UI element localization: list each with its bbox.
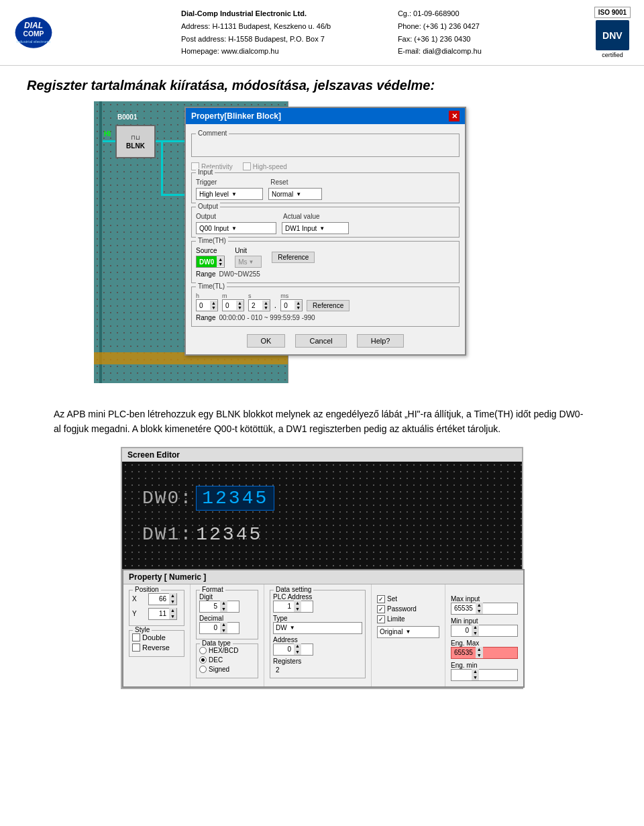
x-up-btn[interactable]: ▲ [169, 593, 176, 599]
data-type-section: Data type HEX/BCD DEC Sign [196, 643, 258, 678]
m-btns: ▲ ▼ [236, 301, 244, 310]
y-spinbox[interactable]: 11 ▲ ▼ [148, 608, 177, 620]
h-spinbox[interactable]: 0 ▲ ▼ [196, 299, 218, 311]
ms-spinbox[interactable]: 0 ▲ ▼ [280, 299, 303, 311]
s-down-btn[interactable]: ▼ [262, 305, 270, 310]
max-input-spinbox[interactable]: 65535 ▲ ▼ [451, 603, 518, 615]
y-down-btn[interactable]: ▼ [169, 614, 176, 619]
property-numeric: Property [ Numeric ] Position X 66 ▲ [122, 569, 525, 688]
reference-button-tl[interactable]: Reference [307, 300, 350, 311]
set-checkbox[interactable]: Set [377, 595, 439, 603]
y-up-btn[interactable]: ▲ [169, 608, 176, 613]
eng-min-spinbox[interactable]: ▲ ▼ [451, 669, 518, 681]
ok-button[interactable]: OK [247, 334, 286, 348]
m-down-btn[interactable]: ▼ [236, 305, 244, 310]
password-label: Password [387, 605, 417, 613]
plc-address-down-btn[interactable]: ▼ [294, 607, 301, 612]
eng-min-down-btn[interactable]: ▼ [472, 675, 479, 680]
wire-h2 [161, 194, 188, 196]
decimal-spinbox-btns: ▲ ▼ [220, 622, 227, 633]
signed-radio[interactable]: Signed [199, 666, 255, 673]
max-input-down-btn[interactable]: ▼ [476, 609, 483, 614]
m-spinbox[interactable]: 0 ▲ ▼ [222, 299, 244, 311]
limite-cb [377, 615, 385, 623]
style-label: Style [133, 626, 152, 633]
min-input-up-btn[interactable]: ▲ [472, 625, 479, 630]
max-input-up-btn[interactable]: ▲ [476, 603, 483, 608]
limite-checkbox[interactable]: Limite [377, 615, 439, 623]
property-numeric-titlebar: Property [ Numeric ] [123, 570, 523, 584]
unit-arrow: ▼ [249, 259, 254, 265]
actual-value-dropdown[interactable]: DW1 Input ▼ [282, 222, 349, 234]
digit-up-btn[interactable]: ▲ [220, 601, 227, 606]
reset-dropdown[interactable]: Normal ▼ [268, 188, 322, 200]
eng-min-btns: ▲ ▼ [472, 669, 479, 680]
min-input-down-btn[interactable]: ▼ [472, 631, 479, 636]
s-spinbox[interactable]: 2 ▲ ▼ [248, 299, 270, 311]
cg-line: Cg.: 01-09-668900 [398, 7, 594, 20]
format-col: Format Digit 5 ▲ ▼ [191, 584, 264, 686]
m-up-btn[interactable]: ▲ [236, 301, 244, 305]
plc-address-up-btn[interactable]: ▲ [294, 601, 301, 606]
original-arrow: ▼ [405, 629, 411, 635]
type-dropdown[interactable]: DW ▼ [273, 622, 362, 634]
x-down-btn[interactable]: ▼ [169, 599, 176, 605]
dec-radio-btn [199, 656, 207, 664]
password-checkbox[interactable]: Password [377, 605, 439, 613]
digit-spinbox[interactable]: 5 ▲ ▼ [199, 601, 239, 613]
min-input-spinbox[interactable]: 0 ▲ ▼ [451, 625, 518, 637]
screen-editor-display: DW0: 12345 DW1: 12345 [122, 462, 522, 569]
eng-max-spinbox[interactable]: 65535 ▲ ▼ [451, 647, 518, 659]
decimal-down-btn[interactable]: ▼ [220, 628, 227, 633]
ms-up-btn[interactable]: ▲ [294, 301, 302, 305]
wire-left [103, 140, 115, 142]
h-up-btn[interactable]: ▲ [210, 301, 217, 305]
limite-label: Limite [387, 615, 405, 623]
wire-v1 [161, 142, 163, 195]
ms-down-btn[interactable]: ▼ [294, 305, 302, 310]
s-up-btn[interactable]: ▲ [262, 301, 270, 305]
output-dropdown[interactable]: Q00 Input ▼ [196, 222, 276, 234]
hex-bcd-radio[interactable]: HEX/BCD [199, 647, 255, 654]
x-spinbox[interactable]: 66 ▲ ▼ [148, 593, 177, 605]
address-spinbox[interactable]: 0 ▲ ▼ [273, 643, 313, 656]
cancel-button[interactable]: Cancel [295, 334, 346, 348]
dialog-close-button[interactable]: ✕ [449, 111, 460, 121]
reverse-checkbox[interactable]: Reverse [132, 643, 181, 652]
data-setting-col: Data setting PLC Address 1 ▲ ▼ [264, 584, 372, 686]
unit-dropdown: Ms ▼ [235, 256, 262, 268]
ms-btns: ▲ ▼ [294, 301, 302, 310]
trigger-dropdown[interactable]: High level ▼ [196, 188, 263, 200]
decimal-up-btn[interactable]: ▲ [220, 622, 227, 627]
decimal-spinbox[interactable]: 0 ▲ ▼ [199, 622, 239, 634]
eng-max-up-btn[interactable]: ▲ [476, 647, 483, 652]
address-up-btn[interactable]: ▲ [294, 643, 301, 649]
dec-radio[interactable]: DEC [199, 656, 255, 664]
eng-min-up-btn[interactable]: ▲ [472, 669, 479, 674]
digit-down-btn[interactable]: ▼ [220, 607, 227, 612]
h-btns: ▲ ▼ [210, 301, 217, 310]
plc-address-spinbox[interactable]: 1 ▲ ▼ [273, 601, 313, 613]
h-down-btn[interactable]: ▼ [210, 305, 217, 310]
source-up-btn[interactable]: ▲ [217, 257, 224, 262]
reset-col-header: Reset [270, 178, 288, 186]
eng-max-down-btn[interactable]: ▼ [476, 653, 483, 658]
contact-info-right: Cg.: 01-09-668900 Phone: (+36 1) 236 042… [378, 7, 594, 58]
max-input-label: Max input [451, 595, 518, 603]
address-down-btn[interactable]: ▼ [294, 650, 301, 655]
source-down-btn[interactable]: ▼ [217, 262, 224, 266]
reverse-label: Reverse [142, 643, 170, 652]
h-label: h [196, 293, 199, 299]
help-button[interactable]: Help? [357, 334, 405, 348]
screen-row2-value: 12345 [196, 524, 262, 545]
original-dropdown[interactable]: Original ▼ [377, 626, 439, 638]
source-spinbox[interactable]: DW0 ▲ ▼ [196, 256, 225, 268]
reference-button-th[interactable]: Reference [272, 252, 315, 263]
high-speed-label: High-speed [253, 163, 287, 170]
digit-spinbox-btns: ▲ ▼ [220, 601, 227, 612]
double-checkbox[interactable]: Double [132, 633, 181, 641]
s-btns: ▲ ▼ [262, 301, 270, 310]
screen-row-1: DW0: 12345 [142, 486, 502, 511]
high-speed-checkbox[interactable]: High-speed [243, 162, 287, 170]
double-label: Double [142, 633, 166, 641]
